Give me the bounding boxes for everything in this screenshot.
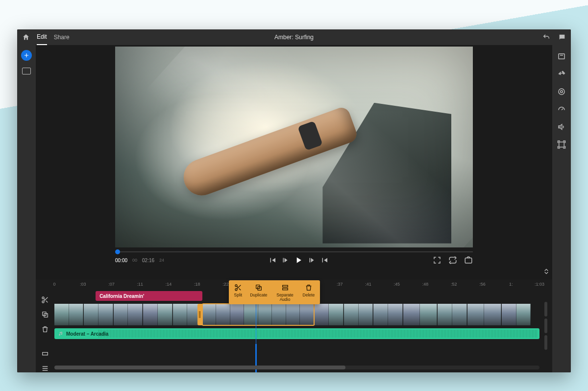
titles-icon[interactable] [557,52,566,61]
svg-rect-0 [465,258,472,264]
svg-point-7 [235,289,237,291]
audio-icon[interactable] [557,122,566,131]
chat-icon[interactable] [558,33,566,41]
ruler-tick: :14 [166,282,172,287]
ruler-tick: 0 [53,282,55,287]
center-area: 00:0000 02:1624 [36,45,552,372]
scrubber[interactable] [115,249,473,254]
context-duplicate-button[interactable]: Duplicate [246,283,270,303]
video-clip[interactable] [84,304,113,325]
transport-bar: 00:0000 02:1624 [115,247,473,268]
app-window: Edit Share Amber: Surfing [17,29,571,372]
fullscreen-icon[interactable] [433,256,441,265]
add-media-button[interactable] [21,50,32,61]
project-panel-button[interactable] [22,68,31,74]
go-end-icon[interactable] [320,256,329,265]
svg-point-1 [42,297,44,299]
video-clip[interactable] [467,304,501,325]
audio-track[interactable]: Moderat – Arcadia [54,328,539,339]
context-delete-label: Delete [303,293,315,297]
undo-icon[interactable] [542,33,550,41]
ruler-tick: :45 [394,282,400,287]
music-icon [58,331,63,336]
title-clip[interactable]: California Dreamin' [96,291,202,301]
ruler-tick: :18 [194,282,200,287]
timeline[interactable]: 0:03:07:11:14:18:22:26:29:33:37:41:45:48… [54,279,552,372]
left-sidebar [17,45,36,372]
ruler-tick: :03 [80,282,86,287]
transitions-icon[interactable] [557,70,566,78]
video-clip[interactable] [202,304,314,325]
trash-icon[interactable] [41,325,49,333]
video-clip[interactable] [373,304,402,325]
svg-point-14 [561,91,563,93]
expand-timeline-icon[interactable] [542,268,550,275]
ruler-tick: :48 [422,282,429,287]
scissors-icon[interactable] [41,296,49,304]
video-clip[interactable] [315,304,343,325]
ruler-tick: 1: [509,282,513,287]
timecode-frames: 24 [159,258,164,263]
context-split-button[interactable]: Split [231,283,246,303]
tab-edit[interactable]: Edit [37,29,47,45]
color-icon[interactable] [557,87,566,96]
clip-handle-left[interactable] [197,304,202,325]
svg-rect-11 [282,288,288,290]
svg-rect-15 [559,126,560,128]
svg-point-6 [235,285,237,287]
loop-icon[interactable] [448,256,457,265]
step-back-icon[interactable] [281,256,290,265]
video-clip[interactable] [403,304,437,325]
video-track[interactable] [54,304,539,325]
context-separate-audio-button[interactable]: Separate Audio [272,283,298,303]
play-icon[interactable] [294,255,303,265]
scissors-icon [234,284,242,292]
svg-point-13 [559,89,564,95]
context-delete-button[interactable]: Delete [299,283,318,303]
timeline-scrollbar[interactable] [54,366,539,369]
main-body: 00:0000 02:1624 [17,45,571,372]
ruler-tick: :41 [365,282,371,287]
speed-icon[interactable] [557,105,566,114]
step-forward-icon[interactable] [307,256,316,265]
svg-rect-16 [559,142,564,147]
video-clip[interactable] [54,304,83,325]
scrubber-knob[interactable] [115,249,120,254]
video-clip[interactable] [143,304,172,325]
ruler-tick: :07 [108,282,115,287]
video-clip[interactable] [438,304,466,325]
list-view-icon[interactable] [41,365,49,372]
home-icon[interactable] [22,33,30,41]
transform-icon[interactable] [557,140,566,149]
tab-share[interactable]: Share [54,30,70,45]
svg-point-2 [42,301,44,303]
trash-icon [305,284,313,292]
svg-rect-10 [282,285,288,287]
context-separate-label: Separate Audio [275,293,295,302]
timeline-panel: 0:03:07:11:14:18:22:26:29:33:37:41:45:48… [36,279,552,372]
copy-icon[interactable] [41,311,49,318]
timecode-current: 00:00 [115,258,127,263]
preview-area: 00:0000 02:1624 [36,45,552,279]
video-clip[interactable] [114,304,143,325]
preview-monitor[interactable] [115,47,473,247]
ruler-tick: :11 [137,282,143,287]
clip-context-toolbar: Split Duplicate Separate Audio Dele [229,280,320,304]
ruler-tick: :52 [451,282,457,287]
video-clip[interactable] [344,304,373,325]
svg-rect-5 [43,352,48,355]
ruler-tick: :37 [337,282,343,287]
timeline-vscroll[interactable] [539,279,552,372]
video-clip[interactable] [502,304,531,325]
track-view-icon[interactable] [41,350,49,358]
audio-clip[interactable]: Moderat – Arcadia [54,328,539,339]
ruler-tick: :22 [222,282,229,287]
context-split-label: Split [234,293,243,297]
project-title: Amber: Surfing [17,34,571,41]
snapshot-icon[interactable] [464,256,473,265]
audio-waveform [98,330,538,338]
context-duplicate-label: Duplicate [250,293,267,297]
go-start-icon[interactable] [268,256,277,265]
timeline-scrollbar-thumb[interactable] [54,366,345,369]
title-clip-label: California Dreamin' [99,293,144,299]
